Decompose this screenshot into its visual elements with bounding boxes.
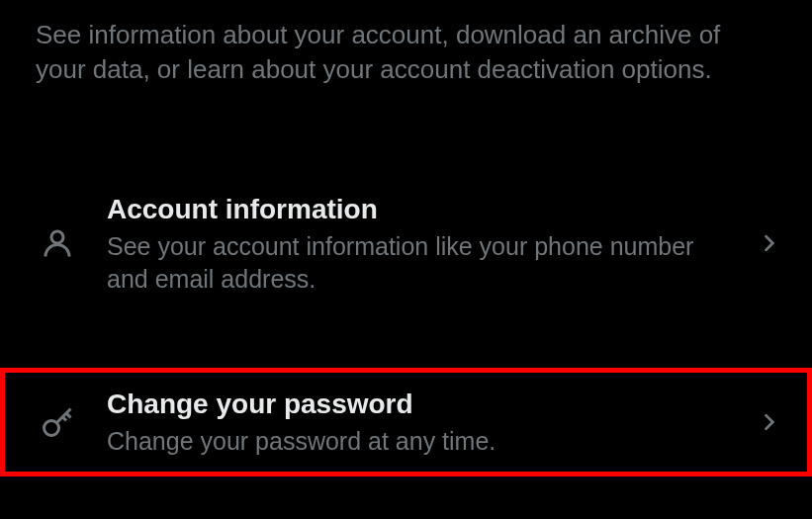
settings-item-title: Change your password	[107, 387, 741, 421]
settings-item-text: Account information See your account inf…	[107, 192, 741, 295]
settings-item-account-information[interactable]: Account information See your account inf…	[0, 176, 812, 310]
svg-line-4	[62, 417, 66, 421]
section-description: See information about your account, down…	[0, 0, 812, 87]
settings-list: Account information See your account inf…	[0, 176, 812, 476]
key-icon	[36, 400, 79, 444]
chevron-right-icon	[753, 406, 784, 438]
spacer	[0, 310, 812, 368]
settings-item-change-password[interactable]: Change your password Change your passwor…	[0, 368, 812, 476]
settings-item-text: Change your password Change your passwor…	[107, 387, 741, 458]
settings-item-subtitle: See your account information like your p…	[107, 230, 741, 295]
chevron-right-icon	[753, 227, 784, 259]
settings-item-title: Account information	[107, 192, 741, 226]
person-icon	[36, 221, 79, 265]
svg-point-0	[51, 231, 63, 243]
svg-line-3	[66, 413, 71, 418]
settings-item-subtitle: Change your password at any time.	[107, 425, 741, 458]
